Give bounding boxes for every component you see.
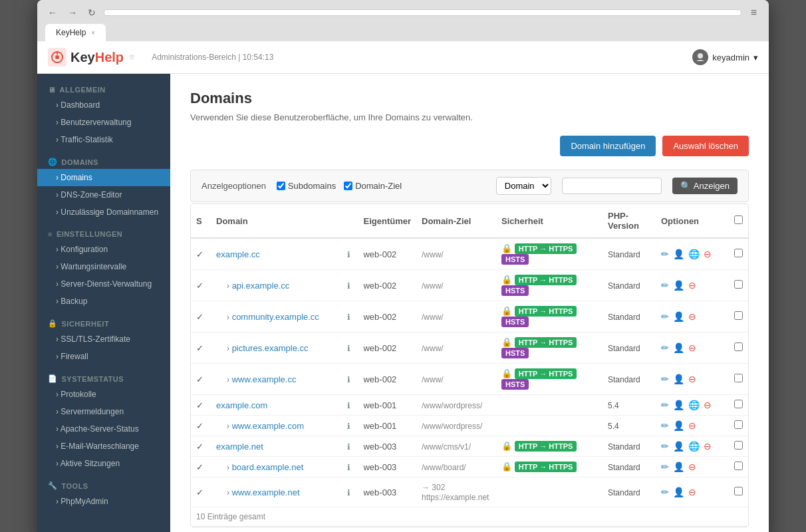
- row-select-checkbox[interactable]: [734, 342, 743, 351]
- forward-button[interactable]: →: [65, 6, 80, 19]
- owner-link[interactable]: web-003: [363, 487, 396, 497]
- user-icon[interactable]: 👤: [673, 420, 684, 431]
- sidebar-item-dns-editor[interactable]: › DNS-Zone-Editor: [37, 186, 170, 203]
- sidebar-item-unzulassige[interactable]: › Unzulässige Domainnamen: [37, 203, 170, 221]
- info-icon[interactable]: ℹ: [347, 375, 350, 384]
- remove-icon[interactable]: ⊖: [704, 441, 712, 452]
- info-icon[interactable]: ℹ: [347, 442, 350, 452]
- sidebar-item-servermeldungen[interactable]: › Servermeldungen: [37, 403, 170, 420]
- user-menu[interactable]: keyadmin ▾: [692, 49, 758, 65]
- sidebar-item-aktive-sitzungen[interactable]: › Aktive Sitzungen: [37, 455, 170, 472]
- domain-link[interactable]: www.example.cc: [232, 374, 297, 384]
- domain-link[interactable]: www.example.net: [232, 487, 300, 497]
- select-all-checkbox[interactable]: [734, 215, 743, 224]
- filter-search-input[interactable]: [562, 178, 662, 194]
- remove-icon[interactable]: ⊖: [688, 311, 696, 322]
- domain-link[interactable]: www.example.com: [232, 421, 304, 431]
- owner-link[interactable]: web-002: [363, 249, 396, 259]
- sidebar-item-konfiguration[interactable]: › Konfiguration: [37, 241, 170, 258]
- edit-icon[interactable]: ✏: [661, 462, 669, 472]
- remove-icon[interactable]: ⊖: [688, 462, 696, 472]
- user-icon[interactable]: 👤: [673, 311, 684, 322]
- edit-icon[interactable]: ✏: [661, 311, 669, 322]
- remove-icon[interactable]: ⊖: [704, 400, 712, 410]
- user-icon[interactable]: 👤: [673, 462, 684, 472]
- user-icon[interactable]: 👤: [673, 280, 684, 291]
- globe-icon[interactable]: 🌐: [688, 249, 700, 259]
- sidebar-item-protokolle[interactable]: › Protokolle: [37, 386, 170, 403]
- back-button[interactable]: ←: [45, 6, 60, 19]
- owner-link[interactable]: web-003: [363, 462, 396, 472]
- domain-link[interactable]: api.example.cc: [232, 281, 290, 291]
- domain-link[interactable]: example.com: [216, 400, 267, 410]
- sidebar-item-domains[interactable]: › Domains: [37, 169, 170, 186]
- sidebar-item-benutzerverwaltung[interactable]: › Benutzerverwaltung: [37, 114, 170, 131]
- edit-icon[interactable]: ✏: [661, 342, 669, 353]
- owner-link[interactable]: web-002: [363, 281, 396, 291]
- info-icon[interactable]: ℹ: [347, 344, 350, 353]
- remove-icon[interactable]: ⊖: [704, 249, 712, 259]
- row-select-checkbox[interactable]: [734, 420, 743, 429]
- domain-link[interactable]: board.example.net: [232, 462, 304, 472]
- sidebar-item-backup[interactable]: › Backup: [37, 293, 170, 310]
- tab-close-button[interactable]: ×: [91, 29, 95, 37]
- sidebar-item-server-dienst[interactable]: › Server-Dienst-Verwaltung: [37, 275, 170, 293]
- row-select-checkbox[interactable]: [734, 249, 743, 257]
- row-select-checkbox[interactable]: [734, 311, 743, 320]
- browser-tab[interactable]: KeyHelp ×: [45, 24, 106, 41]
- owner-link[interactable]: web-002: [363, 312, 396, 322]
- info-icon[interactable]: ℹ: [347, 422, 350, 431]
- sidebar-item-firewall[interactable]: › Firewall: [37, 348, 170, 365]
- edit-icon[interactable]: ✏: [661, 374, 669, 384]
- edit-icon[interactable]: ✏: [661, 441, 669, 452]
- globe-icon[interactable]: 🌐: [688, 400, 700, 410]
- info-icon[interactable]: ℹ: [347, 313, 350, 322]
- sidebar-item-dashboard[interactable]: › Dashboard: [37, 96, 170, 114]
- domain-ziel-checkbox[interactable]: [344, 182, 352, 190]
- sidebar-item-traffic[interactable]: › Traffic-Statistik: [37, 131, 170, 148]
- browser-menu-button[interactable]: ≡: [747, 5, 761, 20]
- sidebar-item-ssl[interactable]: › SSL/TLS-Zertifikate: [37, 331, 170, 348]
- edit-icon[interactable]: ✏: [661, 280, 669, 291]
- remove-icon[interactable]: ⊖: [688, 342, 696, 353]
- row-select-checkbox[interactable]: [734, 487, 743, 495]
- owner-link[interactable]: web-002: [363, 343, 396, 353]
- delete-selection-button[interactable]: Auswahl löschen: [662, 136, 749, 156]
- info-icon[interactable]: ℹ: [347, 281, 350, 291]
- remove-icon[interactable]: ⊖: [688, 280, 696, 291]
- owner-link[interactable]: web-002: [363, 374, 396, 384]
- domain-link[interactable]: example.net: [216, 442, 263, 452]
- remove-icon[interactable]: ⊖: [688, 420, 696, 431]
- row-select-checkbox[interactable]: [734, 400, 743, 408]
- user-icon[interactable]: 👤: [673, 441, 684, 452]
- owner-link[interactable]: web-001: [363, 400, 396, 410]
- globe-icon[interactable]: 🌐: [688, 441, 700, 452]
- search-button[interactable]: 🔍 Anzeigen: [672, 178, 738, 194]
- domain-ziel-filter-label[interactable]: Domain-Ziel: [344, 181, 402, 191]
- sidebar-item-wartungsintervalle[interactable]: › Wartungsintervalle: [37, 258, 170, 275]
- user-icon[interactable]: 👤: [673, 342, 684, 353]
- sidebar-item-email-warteschlange[interactable]: › E-Mail-Warteschlange: [37, 438, 170, 455]
- remove-icon[interactable]: ⊖: [688, 374, 696, 384]
- remove-icon[interactable]: ⊖: [688, 487, 696, 497]
- info-icon[interactable]: ℹ: [347, 463, 350, 472]
- info-icon[interactable]: ℹ: [347, 488, 350, 497]
- sidebar-item-phpmyadmin[interactable]: › PhpMyAdmin: [37, 493, 170, 510]
- edit-icon[interactable]: ✏: [661, 249, 669, 259]
- row-select-checkbox[interactable]: [734, 280, 743, 289]
- info-icon[interactable]: ℹ: [347, 250, 350, 259]
- info-icon[interactable]: ℹ: [347, 401, 350, 410]
- row-select-checkbox[interactable]: [734, 441, 743, 450]
- row-select-checkbox[interactable]: [734, 374, 743, 382]
- user-icon[interactable]: 👤: [673, 249, 684, 259]
- sidebar-item-apache-status[interactable]: › Apache-Server-Status: [37, 420, 170, 438]
- row-select-checkbox[interactable]: [734, 462, 743, 470]
- user-icon[interactable]: 👤: [673, 400, 684, 410]
- refresh-button[interactable]: ↻: [85, 6, 98, 19]
- owner-link[interactable]: web-003: [363, 442, 396, 452]
- owner-link[interactable]: web-001: [363, 421, 396, 431]
- user-icon[interactable]: 👤: [673, 374, 684, 384]
- edit-icon[interactable]: ✏: [661, 400, 669, 410]
- user-icon[interactable]: 👤: [673, 487, 684, 497]
- address-bar[interactable]: [104, 9, 741, 16]
